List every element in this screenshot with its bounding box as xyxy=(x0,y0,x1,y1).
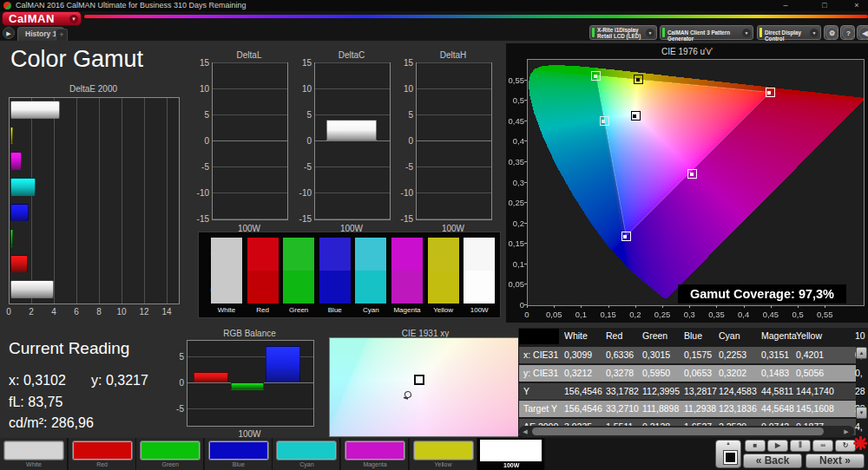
table-cell: 0,4201 xyxy=(796,349,836,360)
spectracal-asterisk-icon xyxy=(852,435,868,451)
deltaL-plot-area xyxy=(212,62,288,220)
source-dropdown[interactable]: CalMAN Client 3 Pattern Generator ▼ xyxy=(660,25,753,40)
table-row[interactable]: Y156,454633,1782112,399513,2817124,45834… xyxy=(519,383,856,400)
table-vscroll-down[interactable]: ▼ xyxy=(856,407,867,419)
patch-tile-100w[interactable]: 100W xyxy=(477,438,545,470)
calman-logo-button[interactable]: CalMAN ▼ xyxy=(2,11,82,26)
table-row[interactable]: x: CIE310,30990,63360,30150,15750,22530,… xyxy=(519,347,856,363)
next-button[interactable]: Next » xyxy=(806,454,865,468)
gamut-marker-dot-white xyxy=(633,114,636,118)
deltaC-y-tick-label: 0 xyxy=(292,136,312,146)
add-tab-button[interactable]: + xyxy=(56,29,68,41)
patch-swatch xyxy=(346,442,404,459)
table-cell: 112,3995 xyxy=(642,386,682,396)
cie-1976-x-tick-label: 0,25 xyxy=(650,310,674,319)
patch-label: White xyxy=(0,461,68,467)
cie-1976-y-tick-label: 0,45 xyxy=(503,116,524,126)
patch-tile-cyan[interactable]: Cyan xyxy=(273,438,340,470)
cie-1976-diagram-canvas xyxy=(528,60,864,305)
deltaL-y-tick-label: -15 xyxy=(189,214,209,224)
table-row[interactable]: y: CIE310,32120,32780,59500,06530,32020,… xyxy=(519,365,856,382)
close-button[interactable]: × xyxy=(844,0,868,11)
calman-logo-text: CalMAN xyxy=(9,12,55,26)
cie-1976-y-tick-label: 0 xyxy=(503,300,524,310)
back-button[interactable]: « Back xyxy=(743,454,802,468)
app-icon xyxy=(3,2,11,10)
table-row-label: y: CIE31 xyxy=(523,368,563,378)
table-row-label: Target Y xyxy=(523,403,563,414)
patch-tile-green[interactable]: Green xyxy=(136,438,204,470)
deltaC-gridline xyxy=(315,114,390,115)
patch-tile-white[interactable]: White xyxy=(0,438,68,470)
continuous-button[interactable]: ∞ xyxy=(812,440,833,452)
tab-nav-arrow-icon[interactable]: ▶ xyxy=(3,27,15,39)
table-row-label: Y xyxy=(523,386,563,396)
table-row[interactable]: Target Y156,454633,2710111,889811,293812… xyxy=(519,401,856,417)
deltae-bar-green xyxy=(10,229,13,247)
patch-swatch xyxy=(141,442,199,459)
table-hscroll-thumb[interactable] xyxy=(532,428,824,435)
deltae-gridline xyxy=(54,98,55,304)
table-hscroll-right[interactable]: ▶ xyxy=(841,427,852,436)
deltaL-y-tick-label: 5 xyxy=(189,110,209,120)
deltaH-y-tick-label: -10 xyxy=(393,188,413,198)
deltae-plot-area xyxy=(9,97,180,304)
deltae-x-tick-label: 4 xyxy=(47,307,61,317)
patch-label: Red xyxy=(69,461,136,467)
display-control-label: Direct Display Control xyxy=(765,29,808,42)
logo-bar: CalMAN ▼ xyxy=(0,11,868,26)
settings-button[interactable]: ⚙ xyxy=(824,25,838,40)
deltae-bar-magenta xyxy=(10,152,22,170)
patch-tile-magenta[interactable]: Magenta xyxy=(341,438,409,470)
deltae-gridline xyxy=(31,98,32,304)
deltae-bar-100w xyxy=(10,101,60,119)
swatch-target-cyan xyxy=(355,271,386,304)
cie-1976-y-tick-label: 0,1 xyxy=(503,259,524,269)
deltaC-y-tick-label: 10 xyxy=(292,84,312,94)
table-vscroll-up[interactable]: ▲ xyxy=(856,347,867,359)
deltaL-gridline xyxy=(213,193,287,193)
rgb-balance-y-tick-label: -5 xyxy=(166,404,184,414)
deltaL-gridline xyxy=(213,114,287,115)
table-header-Green: Green xyxy=(642,330,682,341)
deltaH-y-tick-label: 10 xyxy=(393,84,413,94)
cie-1976-x-tick-label: 0,55 xyxy=(812,310,837,319)
patch-tile-blue[interactable]: Blue xyxy=(205,438,273,470)
minimize-button[interactable]: – xyxy=(773,0,799,11)
deltaC-gridline xyxy=(315,193,390,193)
table-cell: 145,1608 xyxy=(796,403,836,414)
window-title: CalMAN 2016 CalMAN Ultimate for Business… xyxy=(16,0,247,11)
collapse-button[interactable]: ◀ xyxy=(857,25,868,40)
meter-caret-icon: ▼ xyxy=(646,29,654,37)
maximize-button[interactable]: □ xyxy=(812,0,838,11)
swatch-column-label: Red xyxy=(245,306,281,314)
deltaC-gridline xyxy=(315,62,390,63)
reading-y: y: 0,3217 xyxy=(91,373,148,388)
deltae-bar-red xyxy=(10,255,28,273)
deltaH-gridline xyxy=(417,219,491,219)
read-continuous-button[interactable]: ▲ xyxy=(715,440,741,468)
reading-fl: fL: 83,75 xyxy=(9,395,62,410)
cie-1976-x-tick-label: 0 xyxy=(515,310,539,319)
pause-button[interactable]: Ⅱ xyxy=(790,440,811,452)
meter-accent xyxy=(592,28,595,37)
patch-tile-red[interactable]: Red xyxy=(69,438,136,470)
help-button[interactable]: ? xyxy=(840,25,855,40)
deltae-gridline xyxy=(99,98,100,304)
deltaL-title: DeltaL xyxy=(212,50,286,60)
swatch-column-label: Yellow xyxy=(425,306,462,314)
table-cell: 123,1836 xyxy=(719,403,759,414)
play-button[interactable]: ▶ xyxy=(767,440,788,452)
table-hscroll-left[interactable]: ◀ xyxy=(520,427,530,436)
meter-dropdown[interactable]: X-Rite i1Display Retail LCD (LED) ▼ xyxy=(589,25,657,40)
patch-tile-yellow[interactable]: Yellow xyxy=(410,438,477,470)
table-header-10: 10 xyxy=(855,330,868,341)
patch-swatch xyxy=(5,442,62,459)
table-row-label: x: CIE31 xyxy=(523,349,563,360)
patch-label: Green xyxy=(136,461,204,467)
swatch-column-label: White xyxy=(208,306,245,314)
patch-swatch xyxy=(210,442,267,459)
stop-button[interactable]: ■ xyxy=(745,440,766,452)
gamut-coverage-badge: Gamut Coverage: 97,3% xyxy=(678,284,846,304)
display-control-dropdown[interactable]: Direct Display Control ▼ xyxy=(757,25,821,40)
